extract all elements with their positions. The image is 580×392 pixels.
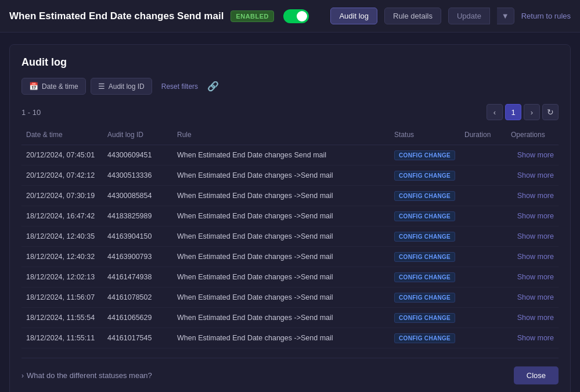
table-row: 18/12/2024, 12:02:13 44161474938 When Es…	[21, 267, 559, 287]
cell-logid: 44161017545	[103, 328, 172, 348]
pagination-info: 1 - 10	[21, 108, 41, 117]
cell-status: CONFIG CHANGE	[390, 247, 460, 267]
cell-duration	[460, 328, 506, 348]
table-row: 20/12/2024, 07:42:12 44300513336 When Es…	[21, 166, 559, 186]
cell-operations: Show more	[506, 186, 559, 206]
show-more-button[interactable]: Show more	[517, 171, 554, 179]
cell-rule: When Estimated End Date changes ->Send m…	[172, 308, 390, 328]
cell-datetime: 20/12/2024, 07:45:01	[21, 145, 103, 166]
cell-rule: When Estimated End Date changes ->Send m…	[172, 166, 390, 186]
config-change-badge: CONFIG CHANGE	[394, 333, 455, 343]
cell-duration	[460, 145, 506, 166]
cell-duration	[460, 308, 506, 328]
audit-log-title: Audit log	[21, 56, 559, 69]
topbar: When Estimated End Date changes Send mai…	[0, 0, 580, 33]
show-more-button[interactable]: Show more	[517, 232, 554, 240]
cell-datetime: 18/12/2024, 16:47:42	[21, 206, 103, 226]
cell-duration	[460, 247, 506, 267]
cell-logid: 44183825989	[103, 206, 172, 226]
cell-operations: Show more	[506, 308, 559, 328]
col-header-operations: Operations	[506, 127, 559, 145]
cell-logid: 44161474938	[103, 267, 172, 287]
config-change-badge: CONFIG CHANGE	[394, 191, 455, 201]
config-change-badge: CONFIG CHANGE	[394, 252, 455, 262]
calendar-icon: 📅	[29, 82, 38, 91]
prev-page-button[interactable]: ‹	[487, 104, 503, 120]
cell-rule: When Estimated End Date changes ->Send m…	[172, 206, 390, 226]
table-header-row: Date & time Audit log ID Rule Status Dur…	[21, 127, 559, 145]
cell-operations: Show more	[506, 226, 559, 247]
table-row: 20/12/2024, 07:30:19 44300085854 When Es…	[21, 186, 559, 206]
table-row: 18/12/2024, 16:47:42 44183825989 When Es…	[21, 206, 559, 226]
cell-logid: 44163900793	[103, 247, 172, 267]
config-change-badge: CONFIG CHANGE	[394, 272, 455, 282]
enabled-toggle[interactable]	[283, 9, 309, 23]
link-icon[interactable]: 🔗	[207, 81, 219, 92]
cell-operations: Show more	[506, 267, 559, 287]
config-change-badge: CONFIG CHANGE	[394, 171, 455, 181]
cell-status: CONFIG CHANGE	[390, 308, 460, 328]
show-more-button[interactable]: Show more	[517, 192, 554, 200]
table-row: 18/12/2024, 12:40:35 44163904150 When Es…	[21, 226, 559, 247]
enabled-badge: ENABLED	[230, 10, 274, 22]
cell-rule: When Estimated End Date changes ->Send m…	[172, 186, 390, 206]
config-change-badge: CONFIG CHANGE	[394, 313, 455, 323]
cell-datetime: 18/12/2024, 12:40:35	[21, 226, 103, 247]
cell-logid: 44300609451	[103, 145, 172, 166]
page-title: When Estimated End Date changes Send mai…	[9, 10, 224, 22]
cell-status: CONFIG CHANGE	[390, 166, 460, 186]
cell-duration	[460, 166, 506, 186]
refresh-button[interactable]: ↻	[542, 104, 559, 120]
cell-logid: 44300513336	[103, 166, 172, 186]
cell-operations: Show more	[506, 247, 559, 267]
cell-duration	[460, 186, 506, 206]
cell-datetime: 20/12/2024, 07:42:12	[21, 166, 103, 186]
cell-rule: When Estimated End Date changes ->Send m…	[172, 226, 390, 247]
cell-status: CONFIG CHANGE	[390, 267, 460, 287]
audit-log-tab[interactable]: Audit log	[330, 8, 377, 24]
show-more-button[interactable]: Show more	[517, 253, 554, 261]
show-more-button[interactable]: Show more	[517, 293, 554, 301]
show-more-button[interactable]: Show more	[517, 314, 554, 322]
audit-table: Date & time Audit log ID Rule Status Dur…	[21, 127, 559, 348]
cell-logid: 44161065629	[103, 308, 172, 328]
cell-logid: 44300085854	[103, 186, 172, 206]
cell-rule: When Estimated End Date changes Send mai…	[172, 145, 390, 166]
cell-datetime: 18/12/2024, 11:55:11	[21, 328, 103, 348]
config-change-badge: CONFIG CHANGE	[394, 211, 455, 221]
main-content: Audit log 📅 Date & time ☰ Audit log ID R…	[0, 33, 580, 392]
cell-status: CONFIG CHANGE	[390, 145, 460, 166]
update-button[interactable]: Update	[448, 8, 490, 24]
rule-details-tab[interactable]: Rule details	[384, 8, 441, 24]
page-1-button[interactable]: 1	[505, 104, 521, 120]
cell-status: CONFIG CHANGE	[390, 186, 460, 206]
show-more-button[interactable]: Show more	[517, 273, 554, 281]
return-to-rules-link[interactable]: Return to rules	[521, 12, 571, 20]
cell-status: CONFIG CHANGE	[390, 226, 460, 247]
cell-operations: Show more	[506, 328, 559, 348]
statuses-link[interactable]: › What do the different statuses mean?	[21, 371, 152, 380]
cell-operations: Show more	[506, 145, 559, 166]
audit-log-id-filter-button[interactable]: ☰ Audit log ID	[91, 78, 152, 95]
close-button[interactable]: Close	[514, 366, 559, 384]
list-icon: ☰	[98, 82, 105, 91]
statuses-label: What do the different statuses mean?	[27, 371, 152, 380]
audit-log-id-filter-label: Audit log ID	[109, 82, 145, 91]
cell-operations: Show more	[506, 287, 559, 308]
reset-filters-button[interactable]: Reset filters	[157, 79, 203, 94]
table-row: 18/12/2024, 11:56:07 44161078502 When Es…	[21, 287, 559, 308]
col-header-logid: Audit log ID	[103, 127, 172, 145]
update-dropdown-button[interactable]: ▼	[497, 8, 514, 24]
show-more-button[interactable]: Show more	[517, 151, 554, 159]
next-page-button[interactable]: ›	[524, 104, 540, 120]
col-header-datetime: Date & time	[21, 127, 103, 145]
col-header-duration: Duration	[460, 127, 506, 145]
show-more-button[interactable]: Show more	[517, 334, 554, 342]
config-change-badge: CONFIG CHANGE	[394, 150, 455, 160]
date-time-filter-button[interactable]: 📅 Date & time	[21, 78, 86, 95]
table-row: 20/12/2024, 07:45:01 44300609451 When Es…	[21, 145, 559, 166]
cell-datetime: 20/12/2024, 07:30:19	[21, 186, 103, 206]
cell-logid: 44163904150	[103, 226, 172, 247]
cell-duration	[460, 226, 506, 247]
show-more-button[interactable]: Show more	[517, 212, 554, 220]
